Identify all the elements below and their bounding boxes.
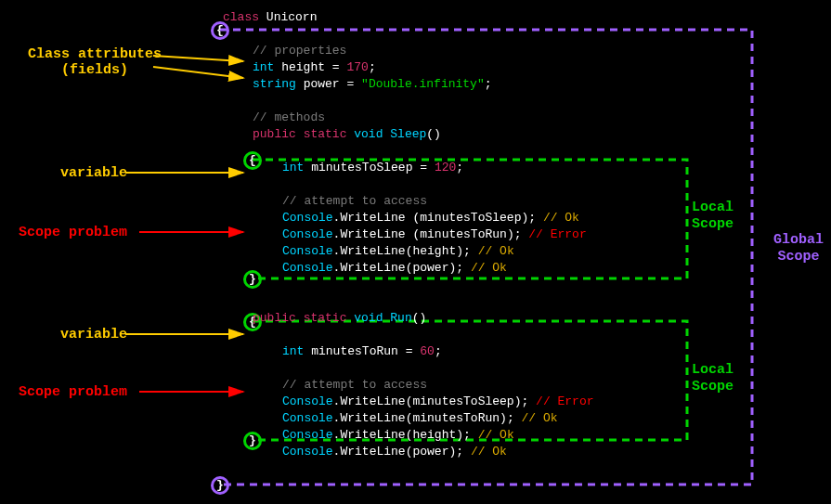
code-line (223, 327, 743, 343)
code-line: public static void Sleep() (223, 126, 743, 143)
global-close-brace-icon: } (211, 476, 229, 495)
code-line: int minutesToRun = 60; (223, 343, 743, 360)
code-line: Console.WriteLine (minutesToSleep); // O… (223, 210, 743, 226)
annotations-panel: Class attributes (fields) variable Scope… (0, 0, 223, 504)
code-line: Console.WriteLine(minutesToRun); // Ok (223, 410, 743, 427)
code-line: Console.WriteLine(height); // Ok (223, 243, 743, 260)
scope-problem-label-1: Scope problem (19, 225, 127, 240)
code-line (223, 26, 743, 43)
code-line (223, 360, 743, 377)
code-line: Console.WriteLine(power); // Ok (223, 260, 743, 277)
code-line: string power = "Double.infinity"; (223, 76, 743, 93)
code-line: int height = 170; (223, 59, 743, 76)
variable-label-2: variable (60, 327, 127, 342)
code-line: // properties (223, 43, 743, 59)
code-line: Console.WriteLine(minutesToSleep); // Er… (223, 394, 743, 410)
code-line (223, 143, 743, 160)
global-scope-label: Global Scope (773, 232, 824, 265)
code-line: // methods (223, 110, 743, 126)
code-line: class Unicorn (223, 9, 743, 26)
code-line (223, 277, 743, 293)
code-line: Console.WriteLine(height); // Ok (223, 427, 743, 444)
code-line (223, 176, 743, 193)
code-line: Console.WriteLine(power); // Ok (223, 444, 743, 460)
code-line: public static void Run() (223, 310, 743, 327)
scope-problem-label-2: Scope problem (19, 384, 127, 400)
code-line (223, 93, 743, 110)
code-line: // attempt to access (223, 377, 743, 394)
code-line: int minutesToSleep = 120; (223, 160, 743, 176)
variable-label-1: variable (60, 165, 127, 181)
code-line: Console.WriteLine (minutesToRun); // Err… (223, 226, 743, 243)
class-attributes-label: Class attributes (fields) (28, 46, 162, 78)
code-block: class Unicorn // properties int height =… (223, 9, 743, 460)
code-line (223, 293, 743, 310)
code-line: // attempt to access (223, 193, 743, 210)
